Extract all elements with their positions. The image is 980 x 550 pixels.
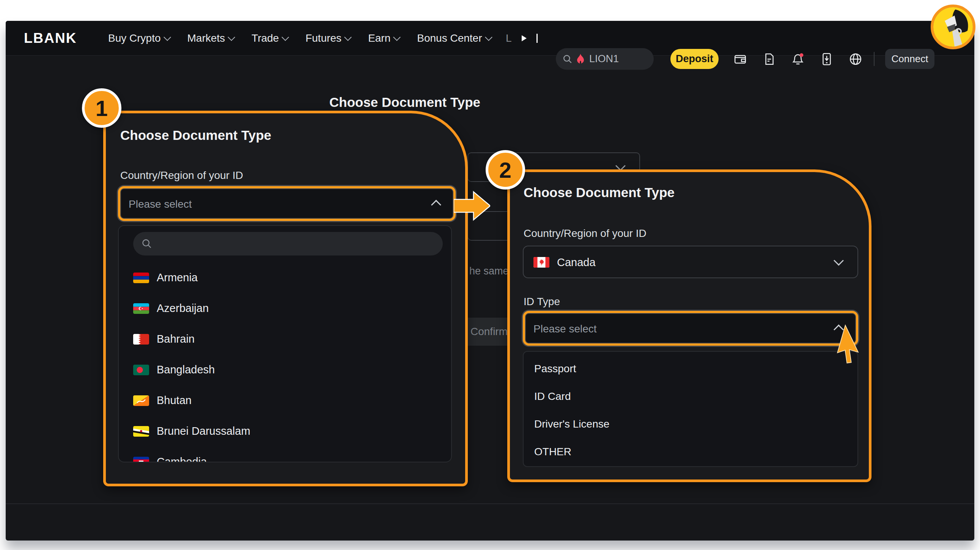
nav-partial-item: L <box>506 21 538 55</box>
chevron-down-icon <box>485 33 492 41</box>
id-type-option[interactable]: Passport <box>523 355 858 382</box>
country-dropdown: Armenia Azerbaijan Bahrain Bangladesh Bh… <box>118 225 452 463</box>
nav-menu-item[interactable]: Markets <box>188 32 234 44</box>
chevron-down-icon <box>282 33 289 41</box>
chevron-down-icon <box>834 255 844 266</box>
nav-search[interactable] <box>556 48 654 70</box>
step1-badge: 1 <box>82 88 121 128</box>
chevron-up-icon <box>431 200 441 210</box>
search-input[interactable] <box>589 53 639 65</box>
chevron-down-icon <box>228 33 235 41</box>
navbar: LBANK Buy Crypto Markets Trade Futures E… <box>6 21 974 56</box>
avatar[interactable] <box>931 5 975 49</box>
globe-icon[interactable] <box>849 52 862 66</box>
country-flag-icon <box>133 365 149 375</box>
nav-partial-label[interactable]: L <box>506 32 512 44</box>
nav-menu-item[interactable]: Buy Crypto <box>108 32 170 44</box>
step1-heading: Choose Document Type <box>120 128 271 143</box>
nav-menu-item[interactable]: Earn <box>368 32 399 44</box>
document-icon[interactable] <box>762 52 776 66</box>
country-option[interactable]: Bhutan <box>119 385 451 416</box>
footer-divider <box>6 503 974 504</box>
nav-divider-bar <box>536 34 538 43</box>
nav-separator <box>874 52 875 66</box>
country-option[interactable]: Bangladesh <box>119 354 451 385</box>
notification-dot <box>800 54 803 57</box>
country-option[interactable]: Bahrain <box>119 324 451 354</box>
country-flag-icon <box>133 457 149 463</box>
step2-country-value: Canada <box>557 256 596 269</box>
country-search-input[interactable] <box>157 238 386 250</box>
step1-panel: Choose Document Type Country/Region of y… <box>103 111 468 486</box>
country-flag-icon <box>133 273 149 283</box>
play-icon[interactable] <box>522 35 527 41</box>
id-type-option[interactable]: OTHER <box>523 438 858 466</box>
lbank-logo[interactable]: LBANK <box>24 21 76 55</box>
chevron-down-icon <box>393 33 401 41</box>
wallet-icon[interactable] <box>733 52 747 66</box>
step2-country-label: Country/Region of your ID <box>523 227 646 239</box>
search-icon <box>142 238 152 249</box>
page-title: Choose Document Type <box>329 95 481 110</box>
step-arrow-icon <box>454 189 490 223</box>
country-option[interactable]: Brunei Darussalam <box>119 416 451 447</box>
step2-badge: 2 <box>486 150 525 190</box>
step2-country-select[interactable]: Canada <box>523 246 858 278</box>
country-list: Armenia Azerbaijan Bahrain Bangladesh Bh… <box>119 262 451 463</box>
step1-country-select[interactable]: Please select <box>118 186 456 221</box>
nav-menu-item[interactable]: Bonus Center <box>417 32 491 44</box>
chevron-down-icon <box>164 33 171 41</box>
notification-bell-icon[interactable] <box>791 52 805 66</box>
chevron-down-icon <box>344 33 352 41</box>
id-type-list: Passport ID Card Driver's License OTHER <box>523 355 858 466</box>
country-option[interactable]: Armenia <box>119 262 451 293</box>
cursor-arrow-icon <box>837 325 883 370</box>
nav-menu: Buy Crypto Markets Trade Futures Earn Bo… <box>108 21 491 55</box>
connect-button[interactable]: Connect <box>885 49 934 69</box>
id-type-dropdown: Passport ID Card Driver's License OTHER <box>523 351 858 467</box>
step2-panel: Choose Document Type Country/Region of y… <box>507 170 872 482</box>
nav-menu-item[interactable]: Futures <box>305 32 350 44</box>
country-search[interactable] <box>133 232 443 255</box>
id-type-option[interactable]: Driver's License <box>523 410 858 438</box>
screenshot-root: LBANK Buy Crypto Markets Trade Futures E… <box>0 0 980 550</box>
avatar-image <box>933 7 973 47</box>
nav-menu-item[interactable]: Trade <box>251 32 288 44</box>
id-type-label: ID Type <box>523 296 560 308</box>
step1-country-label: Country/Region of your ID <box>120 170 243 182</box>
id-type-select[interactable]: Please select <box>523 311 858 346</box>
search-icon <box>563 54 573 64</box>
country-flag-icon <box>133 426 149 437</box>
country-option[interactable]: Azerbaijan <box>119 293 451 324</box>
step2-heading: Choose Document Type <box>523 185 675 200</box>
country-flag-icon <box>133 303 149 314</box>
country-flag-icon <box>133 334 149 344</box>
app-download-icon[interactable] <box>820 52 834 66</box>
id-type-option[interactable]: ID Card <box>523 382 858 410</box>
deposit-button[interactable]: Deposit <box>670 49 719 69</box>
country-option[interactable]: Cambodia <box>119 447 451 463</box>
canada-flag-icon <box>533 257 549 268</box>
country-flag-icon <box>133 395 149 406</box>
flame-icon <box>576 54 585 64</box>
